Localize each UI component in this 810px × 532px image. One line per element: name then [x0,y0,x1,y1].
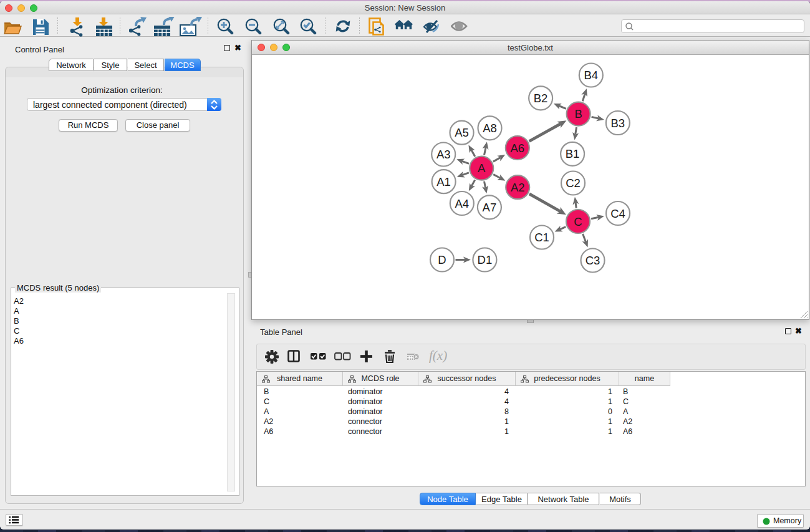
svg-text:A1: A1 [436,175,451,188]
svg-text:D: D [438,253,446,266]
svg-text:B3: B3 [610,117,625,130]
svg-text:C: C [574,215,582,228]
svg-text:C1: C1 [534,231,549,244]
svg-text:A: A [478,162,486,175]
svg-text:B1: B1 [566,147,580,160]
svg-text:A8: A8 [483,122,497,135]
svg-text:C4: C4 [610,207,625,220]
svg-text:D1: D1 [478,253,493,266]
svg-text:A7: A7 [483,201,497,214]
svg-text:A6: A6 [510,142,524,155]
svg-text:B2: B2 [534,92,548,105]
svg-text:A2: A2 [511,181,525,194]
svg-text:A4: A4 [455,197,469,210]
svg-text:A5: A5 [455,126,469,139]
svg-text:B4: B4 [584,69,598,82]
svg-text:C3: C3 [586,254,600,267]
svg-text:B: B [574,107,582,120]
svg-text:C2: C2 [566,177,581,190]
svg-text:A3: A3 [436,148,451,161]
